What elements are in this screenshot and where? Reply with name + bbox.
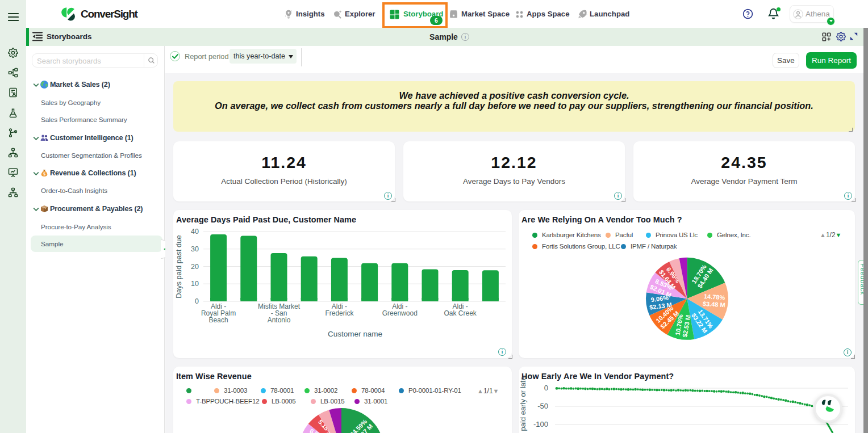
svg-text:40: 40 <box>191 228 199 236</box>
svg-text:30: 30 <box>191 245 199 253</box>
svg-text:Beach: Beach <box>209 316 228 324</box>
svg-text:Oak Creek: Oak Creek <box>444 309 477 317</box>
svg-text:Days paid early or late: Days paid early or late <box>519 376 527 433</box>
svg-text:10: 10 <box>191 280 199 288</box>
svg-text:Customer name: Customer name <box>328 330 382 338</box>
svg-text:14.78%: 14.78% <box>704 293 725 301</box>
svg-text:Greenwood: Greenwood <box>382 309 418 317</box>
svg-text:20: 20 <box>191 263 199 271</box>
svg-text:0: 0 <box>544 384 548 392</box>
svg-text:Days paid past due: Days paid past due <box>174 235 183 298</box>
svg-text:0: 0 <box>195 297 199 305</box>
svg-text:-100: -100 <box>533 420 548 428</box>
svg-text:Antonio: Antonio <box>268 316 291 324</box>
svg-text:-50: -50 <box>537 402 548 410</box>
svg-text:Frederick: Frederick <box>325 309 354 317</box>
